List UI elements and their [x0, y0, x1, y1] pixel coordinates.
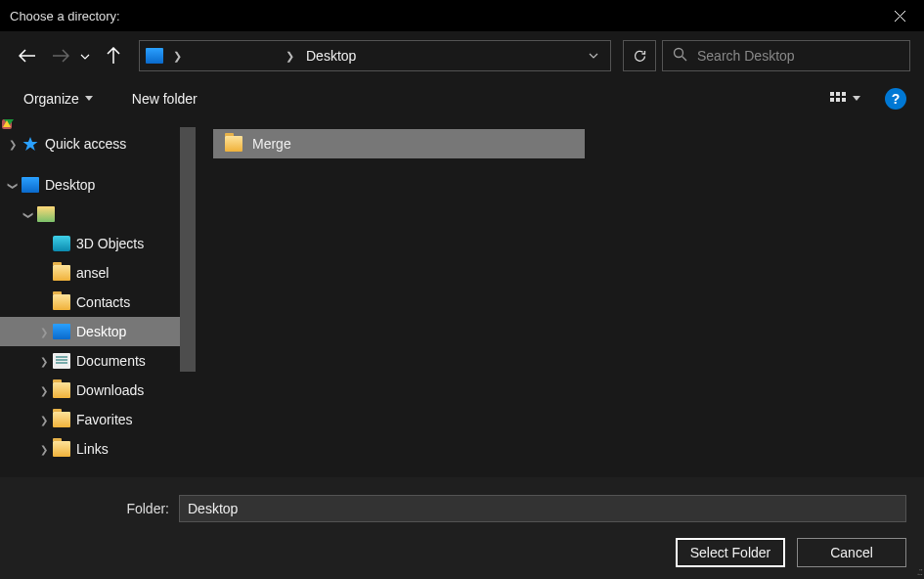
chevron-right-icon[interactable]: ❯ [165, 50, 190, 63]
help-button[interactable]: ? [885, 88, 906, 110]
caret-down-icon [85, 96, 93, 102]
tree-label: Downloads [76, 382, 144, 398]
svg-rect-2 [836, 92, 840, 96]
svg-point-0 [675, 48, 683, 57]
arrow-left-icon [19, 49, 36, 63]
chevron-right-icon[interactable]: ❯ [37, 385, 51, 396]
navigation-pane[interactable]: ❯ Quick access ❯ Desktop ❯ [0, 117, 196, 477]
tree-item[interactable]: ❯ Links [0, 434, 196, 464]
folder-input[interactable] [179, 495, 906, 522]
tree-item[interactable]: ❯ Documents [0, 346, 196, 376]
tree-item-desktop[interactable]: ❯ Desktop [0, 317, 196, 346]
folder-icon [53, 265, 70, 281]
content-pane[interactable]: Merge [196, 117, 924, 477]
command-bar: Organize New folder ? [0, 80, 924, 117]
resize-grip[interactable]: .:: [917, 566, 922, 577]
forward-button[interactable] [47, 42, 74, 69]
address-dropdown[interactable] [581, 46, 606, 66]
svg-rect-3 [842, 92, 846, 96]
chevron-down-icon[interactable]: ❯ [23, 207, 34, 221]
tree-item[interactable]: ❯ Contacts [0, 288, 196, 317]
desktop-icon [22, 177, 39, 193]
chevron-right-icon[interactable]: ❯ [37, 327, 51, 337]
tree-label: Quick access [45, 136, 126, 152]
arrow-up-icon [107, 47, 120, 65]
back-button[interactable] [14, 42, 41, 69]
folder-row: Folder: [18, 495, 906, 522]
star-icon [22, 136, 39, 152]
tree-label: ansel [76, 265, 109, 281]
title-bar: Choose a directory: [0, 0, 924, 31]
view-options-button[interactable] [826, 88, 850, 110]
organize-button[interactable]: Organize [18, 87, 99, 111]
view-dropdown[interactable] [850, 88, 863, 110]
tree-item[interactable]: ❯ 3D Objects [0, 229, 196, 258]
scrollbar-thumb[interactable] [180, 127, 196, 372]
user-folder-icon [37, 206, 55, 222]
arrow-right-icon [52, 49, 69, 63]
refresh-button[interactable] [623, 40, 656, 71]
tree-label: Links [76, 441, 109, 457]
tree-item[interactable]: ❯ Downloads [0, 376, 196, 405]
nav-toolbar: ❯ ❯ Desktop [0, 31, 924, 80]
folder-icon [53, 441, 70, 457]
history-dropdown[interactable] [80, 47, 94, 65]
tree-item-user[interactable]: ❯ [0, 200, 196, 229]
address-bar[interactable]: ❯ ❯ Desktop [139, 40, 611, 71]
chevron-right-icon[interactable]: ❯ [37, 356, 51, 367]
select-folder-button[interactable]: Select Folder [676, 538, 785, 567]
search-box[interactable] [662, 40, 910, 71]
folder-icon [225, 136, 242, 152]
downloads-icon [53, 382, 70, 398]
chevron-right-icon[interactable]: ❯ [6, 139, 20, 150]
cancel-button[interactable]: Cancel [797, 538, 906, 567]
up-button[interactable] [100, 42, 127, 69]
svg-rect-4 [830, 98, 834, 102]
organize-label: Organize [23, 91, 79, 107]
chevron-right-icon[interactable]: ❯ [37, 444, 51, 455]
button-row: Select Folder Cancel [18, 538, 906, 567]
tree-label: Desktop [76, 324, 126, 339]
close-icon [895, 11, 905, 22]
tree-item-desktop-root[interactable]: ❯ Desktop [0, 170, 196, 200]
file-dialog: Choose a directory: ❯ ❯ Desktop [0, 0, 924, 579]
contacts-icon [53, 294, 70, 310]
folder-field-label: Folder: [18, 501, 169, 516]
tree-label: Documents [76, 353, 146, 369]
desktop-icon [53, 324, 70, 339]
3d-objects-icon [53, 236, 70, 251]
search-icon [673, 47, 687, 66]
tree-label: Favorites [76, 412, 133, 427]
tree-label: Contacts [76, 294, 130, 310]
favorites-icon [53, 412, 70, 427]
refresh-icon [633, 49, 647, 64]
documents-icon [53, 353, 70, 369]
new-folder-button[interactable]: New folder [126, 87, 203, 111]
tree-label: Desktop [45, 177, 95, 193]
chevron-right-icon[interactable]: ❯ [278, 50, 302, 63]
breadcrumb-segment[interactable]: Desktop [302, 48, 360, 64]
svg-rect-6 [842, 98, 846, 102]
file-label: Merge [252, 136, 291, 152]
tree-label: 3D Objects [76, 236, 144, 251]
tree-item[interactable]: ❯ ansel [0, 258, 196, 288]
caret-down-icon [853, 96, 860, 102]
chevron-down-icon[interactable]: ❯ [8, 178, 19, 192]
chevron-down-icon [80, 53, 90, 61]
view-grid-icon [830, 92, 846, 106]
tree-item-quick-access[interactable]: ❯ Quick access [0, 129, 196, 158]
chevron-down-icon [589, 52, 598, 60]
body-panel: ❯ Quick access ❯ Desktop ❯ [0, 117, 924, 477]
new-folder-label: New folder [132, 91, 198, 107]
svg-rect-5 [836, 98, 840, 102]
svg-rect-1 [830, 92, 834, 96]
file-item[interactable]: Merge [213, 129, 585, 158]
window-title: Choose a directory: [10, 9, 120, 23]
search-input[interactable] [697, 48, 900, 64]
chevron-right-icon[interactable]: ❯ [37, 415, 51, 425]
close-button[interactable] [877, 1, 922, 30]
location-icon [146, 48, 163, 64]
tree-item[interactable]: ❯ Favorites [0, 405, 196, 434]
tree: ❯ Quick access ❯ Desktop ❯ [0, 117, 196, 464]
footer: Folder: Select Folder Cancel .:: [0, 477, 924, 579]
